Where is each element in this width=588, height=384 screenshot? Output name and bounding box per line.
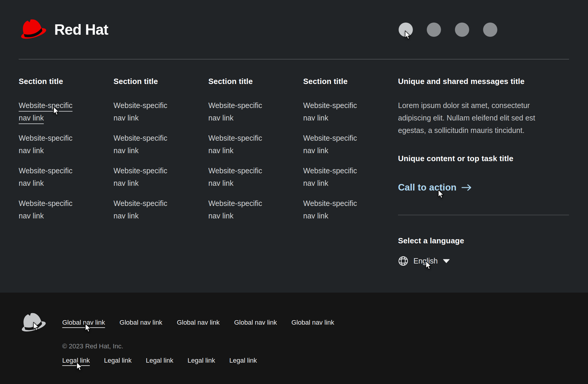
global-nav-row: Global nav linkGlobal nav linkGlobal nav… xyxy=(62,318,569,326)
website-nav-link[interactable]: Website-specific nav link xyxy=(19,99,87,124)
footer-row: Global nav linkGlobal nav linkGlobal nav… xyxy=(19,311,569,364)
messages-title: Unique and shared messages title xyxy=(398,77,569,86)
footer-content: Global nav linkGlobal nav linkGlobal nav… xyxy=(62,311,569,364)
social-link-placeholder[interactable] xyxy=(427,23,441,37)
website-nav-link[interactable]: Website-specific nav link xyxy=(208,99,277,124)
website-nav-link[interactable]: Website-specific nav link xyxy=(303,164,371,189)
messages-body: Lorem ipsum dolor sit amet, consectetur … xyxy=(398,99,569,137)
legal-link[interactable]: Legal link xyxy=(104,356,132,364)
redhat-logo-link[interactable]: Red Hat xyxy=(19,17,108,42)
info-divider xyxy=(398,215,569,215)
globe-icon xyxy=(398,256,408,266)
gray-fedora-icon[interactable] xyxy=(19,311,48,335)
website-nav-link[interactable]: Website-specific nav link xyxy=(208,197,277,222)
language-selector[interactable]: English xyxy=(398,256,450,266)
legal-link[interactable]: Legal link xyxy=(229,356,257,364)
global-nav-link[interactable]: Global nav link xyxy=(291,318,334,326)
website-nav-link[interactable]: Website-specific nav link xyxy=(303,99,371,124)
legal-links-row: Legal linkLegal linkLegal linkLegal link… xyxy=(62,356,569,364)
arrow-right-icon xyxy=(461,183,472,192)
website-nav-link[interactable]: Website-specific nav link xyxy=(114,164,182,189)
nav-column: Section titleWebsite-specific nav linkWe… xyxy=(303,77,398,267)
website-nav-link[interactable]: Website-specific nav link xyxy=(303,197,371,222)
website-nav-link[interactable]: Website-specific nav link xyxy=(19,197,87,222)
social-link-placeholder[interactable] xyxy=(399,23,413,37)
redhat-fedora-icon xyxy=(19,17,48,42)
website-nav-link[interactable]: Website-specific nav link xyxy=(114,99,182,124)
top-task-title: Unique content or top task title xyxy=(398,154,569,163)
social-icons-group xyxy=(399,23,497,37)
language-value: English xyxy=(413,256,438,266)
redhat-footer-page: Red Hat Section titleWebsite-specific na… xyxy=(0,0,588,384)
cta-label: Call to action xyxy=(398,182,456,193)
website-nav-link[interactable]: Website-specific nav link xyxy=(208,132,277,157)
call-to-action-link[interactable]: Call to action xyxy=(398,182,472,193)
lower-footer-section: Global nav linkGlobal nav linkGlobal nav… xyxy=(0,293,588,384)
global-nav-link[interactable]: Global nav link xyxy=(62,318,105,326)
website-nav-link[interactable]: Website-specific nav link xyxy=(208,164,277,189)
global-nav-link[interactable]: Global nav link xyxy=(177,318,220,326)
copyright-text: © 2023 Red Hat, Inc. xyxy=(62,342,569,350)
upper-footer-section: Red Hat Section titleWebsite-specific na… xyxy=(0,0,588,293)
footer-columns: Section titleWebsite-specific nav linkWe… xyxy=(19,59,569,267)
legal-link[interactable]: Legal link xyxy=(62,356,90,364)
nav-column: Section titleWebsite-specific nav linkWe… xyxy=(114,77,208,267)
nav-column: Section titleWebsite-specific nav linkWe… xyxy=(208,77,303,267)
section-title: Section title xyxy=(114,77,208,86)
section-title: Section title xyxy=(303,77,398,86)
social-link-placeholder[interactable] xyxy=(455,23,469,37)
section-title: Section title xyxy=(208,77,303,86)
redhat-logo-text: Red Hat xyxy=(54,21,108,38)
legal-link[interactable]: Legal link xyxy=(188,356,215,364)
global-nav-link[interactable]: Global nav link xyxy=(234,318,277,326)
caret-down-icon xyxy=(443,259,450,263)
website-nav-link[interactable]: Website-specific nav link xyxy=(303,132,371,157)
website-nav-link[interactable]: Website-specific nav link xyxy=(114,132,182,157)
info-column: Unique and shared messages title Lorem i… xyxy=(398,77,569,267)
section-title: Section title xyxy=(19,77,114,86)
legal-link[interactable]: Legal link xyxy=(146,356,173,364)
global-nav-link[interactable]: Global nav link xyxy=(119,318,162,326)
website-nav-link[interactable]: Website-specific nav link xyxy=(19,132,87,157)
language-title: Select a language xyxy=(398,236,569,245)
nav-column: Section titleWebsite-specific nav linkWe… xyxy=(19,77,114,267)
website-nav-link[interactable]: Website-specific nav link xyxy=(19,164,87,189)
masthead-row: Red Hat xyxy=(19,0,569,59)
social-link-placeholder[interactable] xyxy=(483,23,497,37)
website-nav-link[interactable]: Website-specific nav link xyxy=(114,197,182,222)
